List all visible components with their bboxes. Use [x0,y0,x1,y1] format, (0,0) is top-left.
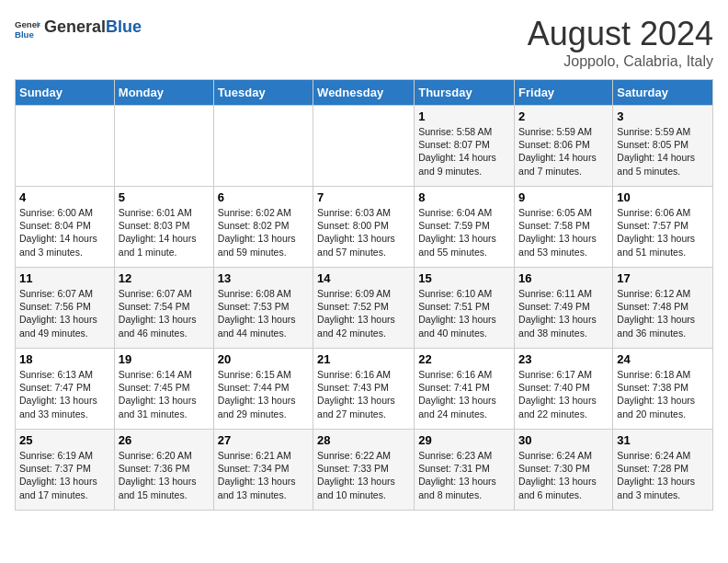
day-info: Sunrise: 6:07 AMSunset: 7:56 PMDaylight:… [19,287,110,339]
calendar-cell: 1Sunrise: 5:58 AMSunset: 8:07 PMDaylight… [415,106,515,187]
calendar-cell [313,106,415,187]
day-number: 1 [418,109,510,123]
calendar-cell: 11Sunrise: 6:07 AMSunset: 7:56 PMDayligh… [16,268,115,349]
day-info: Sunrise: 6:09 AMSunset: 7:52 PMDaylight:… [317,287,410,339]
day-info: Sunrise: 6:14 AMSunset: 7:45 PMDaylight:… [119,368,210,420]
day-number: 21 [317,352,410,366]
day-info: Sunrise: 6:21 AMSunset: 7:34 PMDaylight:… [218,449,309,501]
logo: General Blue GeneralBlue [15,15,142,40]
weekday-header-tuesday: Tuesday [213,80,313,106]
day-info: Sunrise: 6:00 AMSunset: 8:04 PMDaylight:… [19,206,110,259]
calendar-subtitle: Joppolo, Calabria, Italy [528,53,713,70]
day-number: 11 [19,271,110,285]
day-number: 12 [119,271,210,285]
day-info: Sunrise: 6:10 AMSunset: 7:51 PMDaylight:… [418,287,510,339]
day-number: 30 [518,433,609,447]
weekday-header-wednesday: Wednesday [313,80,415,106]
day-number: 13 [218,271,309,285]
weekday-header-saturday: Saturday [613,80,713,106]
day-info: Sunrise: 6:22 AMSunset: 7:33 PMDaylight:… [317,449,410,501]
calendar-cell: 17Sunrise: 6:12 AMSunset: 7:48 PMDayligh… [613,268,713,349]
calendar-cell [213,106,313,187]
day-number: 19 [119,352,210,366]
day-number: 24 [617,352,709,366]
day-number: 10 [617,190,709,204]
calendar-cell: 21Sunrise: 6:16 AMSunset: 7:43 PMDayligh… [313,349,415,430]
calendar-week-row: 1Sunrise: 5:58 AMSunset: 8:07 PMDaylight… [16,106,713,187]
day-number: 4 [19,190,110,204]
day-number: 25 [19,433,110,447]
calendar-cell: 24Sunrise: 6:18 AMSunset: 7:38 PMDayligh… [613,349,713,430]
calendar-cell: 5Sunrise: 6:01 AMSunset: 8:03 PMDaylight… [114,187,213,268]
day-info: Sunrise: 6:01 AMSunset: 8:03 PMDaylight:… [119,206,210,259]
calendar-cell [16,106,115,187]
calendar-cell: 12Sunrise: 6:07 AMSunset: 7:54 PMDayligh… [114,268,213,349]
weekday-header-monday: Monday [114,80,213,106]
day-number: 15 [418,271,510,285]
day-info: Sunrise: 6:19 AMSunset: 7:37 PMDaylight:… [19,449,110,501]
day-info: Sunrise: 5:58 AMSunset: 8:07 PMDaylight:… [418,125,510,178]
calendar-week-row: 11Sunrise: 6:07 AMSunset: 7:56 PMDayligh… [16,268,713,349]
day-number: 2 [518,109,609,123]
calendar-cell: 19Sunrise: 6:14 AMSunset: 7:45 PMDayligh… [114,349,213,430]
calendar-cell: 30Sunrise: 6:24 AMSunset: 7:30 PMDayligh… [515,430,613,511]
day-info: Sunrise: 6:07 AMSunset: 7:54 PMDaylight:… [119,287,210,339]
calendar-cell: 16Sunrise: 6:11 AMSunset: 7:49 PMDayligh… [515,268,613,349]
title-area: August 2024 Joppolo, Calabria, Italy [528,15,713,70]
calendar-table: SundayMondayTuesdayWednesdayThursdayFrid… [15,79,713,511]
day-number: 5 [119,190,210,204]
day-number: 6 [218,190,309,204]
day-info: Sunrise: 6:18 AMSunset: 7:38 PMDaylight:… [617,368,709,420]
day-info: Sunrise: 6:11 AMSunset: 7:49 PMDaylight:… [518,287,609,339]
day-info: Sunrise: 6:08 AMSunset: 7:53 PMDaylight:… [218,287,309,339]
day-info: Sunrise: 6:15 AMSunset: 7:44 PMDaylight:… [218,368,309,420]
calendar-cell: 13Sunrise: 6:08 AMSunset: 7:53 PMDayligh… [213,268,313,349]
day-info: Sunrise: 6:24 AMSunset: 7:28 PMDaylight:… [617,449,709,501]
calendar-cell: 27Sunrise: 6:21 AMSunset: 7:34 PMDayligh… [213,430,313,511]
day-info: Sunrise: 6:16 AMSunset: 7:41 PMDaylight:… [418,368,510,420]
calendar-cell: 28Sunrise: 6:22 AMSunset: 7:33 PMDayligh… [313,430,415,511]
day-number: 8 [418,190,510,204]
calendar-cell: 10Sunrise: 6:06 AMSunset: 7:57 PMDayligh… [613,187,713,268]
calendar-cell [114,106,213,187]
day-number: 26 [119,433,210,447]
day-number: 27 [218,433,309,447]
logo-blue-text: Blue [106,17,142,36]
day-info: Sunrise: 5:59 AMSunset: 8:06 PMDaylight:… [518,125,609,178]
weekday-header-sunday: Sunday [16,80,115,106]
svg-text:Blue: Blue [15,29,34,40]
header: General Blue GeneralBlue August 2024 Jop… [15,15,713,70]
day-number: 28 [317,433,410,447]
logo-general-text: General [44,17,106,36]
day-number: 14 [317,271,410,285]
day-number: 7 [317,190,410,204]
calendar-cell: 4Sunrise: 6:00 AMSunset: 8:04 PMDaylight… [16,187,115,268]
calendar-cell: 25Sunrise: 6:19 AMSunset: 7:37 PMDayligh… [16,430,115,511]
calendar-cell: 22Sunrise: 6:16 AMSunset: 7:41 PMDayligh… [415,349,515,430]
weekday-header-row: SundayMondayTuesdayWednesdayThursdayFrid… [16,80,713,106]
calendar-title: August 2024 [528,15,713,53]
day-number: 20 [218,352,309,366]
calendar-cell: 15Sunrise: 6:10 AMSunset: 7:51 PMDayligh… [415,268,515,349]
calendar-cell: 9Sunrise: 6:05 AMSunset: 7:58 PMDaylight… [515,187,613,268]
calendar-cell: 8Sunrise: 6:04 AMSunset: 7:59 PMDaylight… [415,187,515,268]
calendar-week-row: 4Sunrise: 6:00 AMSunset: 8:04 PMDaylight… [16,187,713,268]
calendar-cell: 23Sunrise: 6:17 AMSunset: 7:40 PMDayligh… [515,349,613,430]
day-number: 23 [518,352,609,366]
day-info: Sunrise: 6:05 AMSunset: 7:58 PMDaylight:… [518,206,609,259]
day-info: Sunrise: 6:04 AMSunset: 7:59 PMDaylight:… [418,206,510,259]
day-number: 31 [617,433,709,447]
day-info: Sunrise: 6:20 AMSunset: 7:36 PMDaylight:… [119,449,210,501]
calendar-cell: 29Sunrise: 6:23 AMSunset: 7:31 PMDayligh… [415,430,515,511]
calendar-cell: 31Sunrise: 6:24 AMSunset: 7:28 PMDayligh… [613,430,713,511]
day-number: 17 [617,271,709,285]
weekday-header-thursday: Thursday [415,80,515,106]
calendar-cell: 7Sunrise: 6:03 AMSunset: 8:00 PMDaylight… [313,187,415,268]
calendar-cell: 3Sunrise: 5:59 AMSunset: 8:05 PMDaylight… [613,106,713,187]
day-info: Sunrise: 6:03 AMSunset: 8:00 PMDaylight:… [317,206,410,259]
day-info: Sunrise: 6:17 AMSunset: 7:40 PMDaylight:… [518,368,609,420]
calendar-cell: 20Sunrise: 6:15 AMSunset: 7:44 PMDayligh… [213,349,313,430]
calendar-week-row: 25Sunrise: 6:19 AMSunset: 7:37 PMDayligh… [16,430,713,511]
day-number: 29 [418,433,510,447]
day-info: Sunrise: 6:06 AMSunset: 7:57 PMDaylight:… [617,206,709,259]
